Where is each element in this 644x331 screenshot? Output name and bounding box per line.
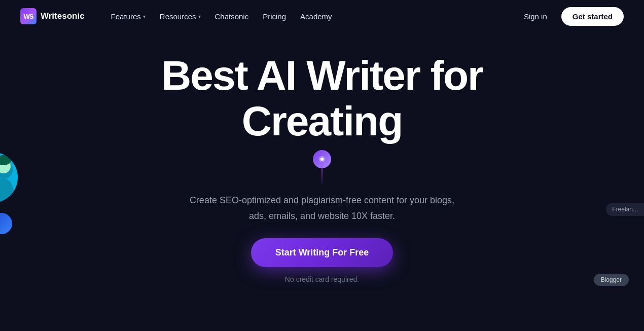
- chevron-down-icon: ▾: [143, 14, 146, 19]
- hero-title: Best AI Writer for Creating: [94, 53, 550, 144]
- nav-item-pricing[interactable]: Pricing: [257, 8, 292, 25]
- logo-icon: WS: [20, 8, 37, 24]
- navbar: WS Writesonic Features ▾ Resources ▾ Cha…: [0, 0, 644, 32]
- blogger-badge: Blogger: [594, 274, 629, 286]
- cursor-line: [321, 161, 323, 187]
- logo[interactable]: WS Writesonic: [20, 8, 85, 24]
- no-credit-text: No credit card required.: [285, 275, 359, 283]
- nav-item-chatsonic[interactable]: Chatsonic: [209, 8, 255, 25]
- hero-section: Best AI Writer for Creating Create SEO-o…: [0, 32, 644, 283]
- logo-text: Writesonic: [41, 11, 85, 21]
- nav-item-resources[interactable]: Resources ▾: [154, 8, 207, 25]
- get-started-button[interactable]: Get started: [561, 7, 624, 26]
- svg-point-1: [320, 158, 324, 161]
- hero-subtitle: Create SEO-optimized and plagiarism-free…: [185, 193, 459, 224]
- nav-item-academy[interactable]: Academy: [294, 8, 338, 25]
- nav-item-features[interactable]: Features ▾: [105, 8, 152, 25]
- chevron-down-icon: ▾: [198, 14, 201, 19]
- sign-in-button[interactable]: Sign in: [518, 8, 553, 25]
- nav-links: Features ▾ Resources ▾ Chatsonic Pricing…: [105, 8, 518, 25]
- cta-button[interactable]: Start Writing For Free: [251, 238, 393, 267]
- nav-right: Sign in Get started: [518, 7, 624, 26]
- freelancer-badge: Freelan...: [606, 203, 644, 216]
